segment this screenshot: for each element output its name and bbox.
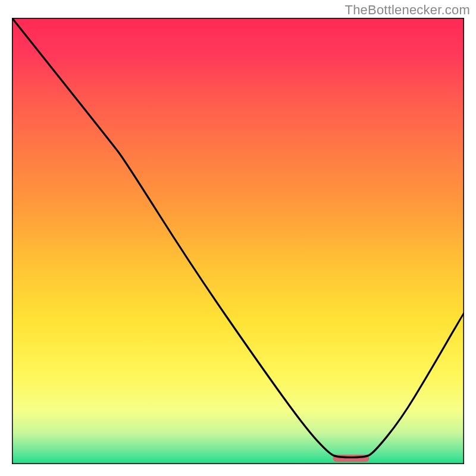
attribution-text: TheBottlenecker.com — [345, 2, 470, 18]
chart-svg — [12, 18, 464, 464]
svg-rect-0 — [12, 18, 464, 464]
chart-stage: TheBottlenecker.com — [0, 0, 476, 476]
bottleneck-chart — [12, 18, 464, 464]
